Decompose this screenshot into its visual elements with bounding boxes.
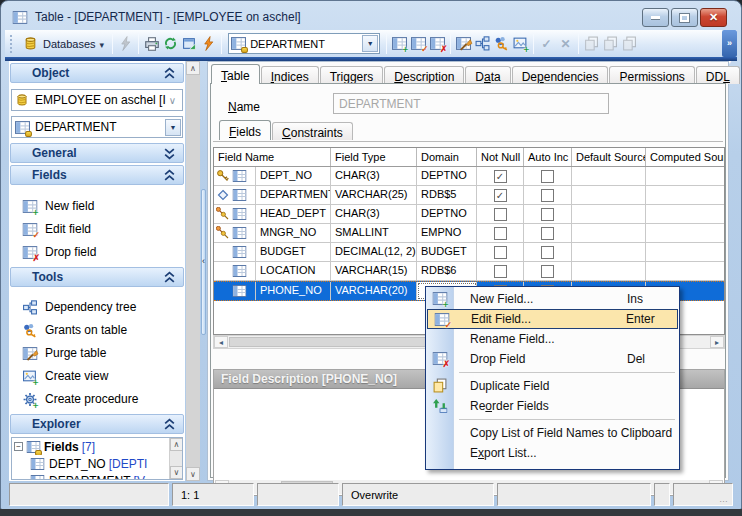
section-header-tools[interactable]: Tools — [10, 267, 184, 287]
sidebar-item-grants-on-table[interactable]: Grants on table — [22, 320, 127, 340]
table-row[interactable]: LOCATION VARCHAR(15) RDB$6 — [214, 262, 724, 281]
scroll-left-button[interactable]: ◂ — [214, 336, 228, 348]
cell-computed-source[interactable] — [646, 224, 724, 242]
cell-field-type[interactable]: VARCHAR(20) — [331, 282, 417, 300]
subtab-fields[interactable]: Fields — [219, 120, 271, 140]
tree-node-department[interactable]: DEPARTMENT [V — [12, 472, 182, 480]
table-row[interactable]: DEPT_NO CHAR(3) DEPTNO ✓ — [214, 167, 724, 186]
menu-item-export-list[interactable]: Export List... — [426, 443, 679, 463]
edit-field-button[interactable]: ✓ — [409, 34, 428, 53]
column-header-computed-source[interactable]: Computed Source — [646, 148, 724, 166]
tab-description[interactable]: Description — [384, 66, 464, 84]
cell-field-type[interactable]: CHAR(3) — [331, 167, 417, 185]
cell-default-source[interactable] — [572, 186, 646, 204]
table-selector-combo[interactable]: DEPARTMENT — [228, 33, 380, 54]
compile-button[interactable] — [199, 34, 218, 53]
table-row[interactable]: DEPARTMENT VARCHAR(25) RDB$5 ✓ — [214, 186, 724, 205]
cell-field-type[interactable]: DECIMAL(12, 2) — [331, 243, 417, 261]
sidebar-item-create-view[interactable]: ＋ Create view — [22, 366, 108, 386]
not-null-checkbox[interactable] — [494, 265, 507, 278]
auto-inc-checkbox[interactable] — [541, 227, 554, 240]
table-row[interactable]: BUDGET DECIMAL(12, 2) BUDGET — [214, 243, 724, 262]
explorer-tree[interactable]: − Fields [7] DEPT_NO [DEPTI DEPARTMENT [… — [11, 437, 183, 480]
tab-triggers[interactable]: Triggers — [320, 66, 384, 84]
cell-default-source[interactable] — [572, 224, 646, 242]
sidebar-item-drop-field[interactable]: ✗ Drop field — [22, 242, 96, 262]
tab-indices[interactable]: Indices — [261, 66, 319, 84]
collapse-chevron-icon[interactable] — [164, 271, 175, 284]
purge-table-button[interactable] — [454, 34, 473, 53]
refresh-button[interactable] — [161, 34, 180, 53]
table-row[interactable]: HEAD_DEPT CHAR(3) DEPTNO — [214, 205, 724, 224]
table-combo[interactable]: DEPARTMENT — [11, 116, 183, 138]
cell-field-name[interactable]: DEPARTMENT — [256, 186, 331, 204]
cell-field-name[interactable]: HEAD_DEPT — [256, 205, 331, 223]
not-null-checkbox[interactable]: ✓ — [494, 189, 507, 202]
minimize-button[interactable] — [642, 8, 669, 27]
menu-item-drop-field[interactable]: ✗ Drop Field Del — [426, 349, 679, 369]
name-field[interactable] — [333, 93, 609, 114]
column-header-field-type[interactable]: Field Type — [331, 148, 417, 166]
auto-inc-checkbox[interactable] — [541, 170, 554, 183]
maximize-button[interactable] — [671, 8, 698, 27]
cell-computed-source[interactable] — [646, 205, 724, 223]
sidebar-item-purge-table[interactable]: Purge table — [22, 343, 106, 363]
cell-domain[interactable]: RDB$6 — [417, 262, 477, 280]
chevron-down-icon[interactable] — [169, 93, 182, 107]
create-view-button[interactable]: ＋ — [511, 34, 530, 53]
column-header-domain[interactable]: Domain — [417, 148, 477, 166]
column-header-auto-inc[interactable]: Auto Inc — [524, 148, 572, 166]
print-button[interactable] — [142, 34, 161, 53]
not-null-checkbox[interactable] — [494, 246, 507, 259]
tree-node-fields[interactable]: − Fields [7] — [12, 438, 182, 455]
cell-default-source[interactable] — [572, 262, 646, 280]
toolbar-overflow-button[interactable] — [722, 30, 737, 57]
cell-default-source[interactable] — [572, 167, 646, 185]
collapse-chevron-icon[interactable] — [164, 169, 175, 182]
tab-permissions[interactable]: Permissions — [609, 66, 694, 84]
combo-dropdown-button[interactable] — [362, 35, 378, 52]
menu-item-duplicate-field[interactable]: Duplicate Field — [426, 376, 679, 396]
grants-button[interactable] — [492, 34, 511, 53]
section-header-explorer[interactable]: Explorer — [10, 414, 184, 434]
auto-inc-checkbox[interactable] — [541, 208, 554, 221]
cell-domain[interactable]: BUDGET — [417, 243, 477, 261]
menu-item-rename-field[interactable]: Rename Field... — [426, 329, 679, 349]
cell-default-source[interactable] — [572, 243, 646, 261]
scroll-right-button[interactable]: ▸ — [710, 336, 724, 348]
scroll-down-button[interactable]: ∨ — [186, 467, 200, 481]
sidebar-item-create-procedure[interactable]: ＋ Create procedure — [22, 389, 138, 409]
tab-data[interactable]: Data — [465, 66, 510, 84]
title-bar[interactable]: Table - [DEPARTMENT] - [EMPLOYEE on asch… — [5, 4, 737, 30]
collapse-chevron-icon[interactable] — [164, 67, 175, 80]
cell-field-name[interactable]: LOCATION — [256, 262, 331, 280]
cell-computed-source[interactable] — [646, 186, 724, 204]
scroll-up-button[interactable]: ∧ — [170, 438, 183, 451]
sidebar-item-dependency-tree[interactable]: Dependency tree — [22, 297, 136, 317]
dependency-tree-button[interactable] — [473, 34, 492, 53]
databases-button[interactable]: Databases — [18, 34, 109, 53]
cell-computed-source[interactable] — [646, 243, 724, 261]
new-field-button[interactable]: ＋ — [390, 34, 409, 53]
cell-domain[interactable]: RDB$5 — [417, 186, 477, 204]
tab-table[interactable]: Table — [211, 64, 260, 84]
section-header-general[interactable]: General — [10, 143, 184, 163]
auto-inc-checkbox[interactable] — [541, 189, 554, 202]
cell-field-type[interactable]: CHAR(3) — [331, 205, 417, 223]
menu-item-copy-field-names[interactable]: Copy List of Field Names to Clipboard — [426, 423, 679, 443]
menu-item-edit-field[interactable]: ✓ Edit Field... Enter — [427, 309, 678, 329]
expand-chevron-icon[interactable] — [164, 147, 175, 160]
cell-field-type[interactable]: VARCHAR(15) — [331, 262, 417, 280]
cell-field-name[interactable]: BUDGET — [256, 243, 331, 261]
cell-field-name[interactable]: PHONE_NO — [256, 282, 331, 300]
drop-field-button[interactable]: ✗ — [428, 34, 447, 53]
collapse-chevron-icon[interactable] — [164, 418, 175, 431]
tab-dependencies[interactable]: Dependencies — [512, 66, 609, 84]
resize-grip-icon[interactable]: … — [719, 494, 729, 504]
not-null-checkbox[interactable] — [494, 208, 507, 221]
database-combo[interactable]: EMPLOYEE on aschel [I — [11, 89, 183, 111]
tab-ddl[interactable]: DDL — [696, 66, 740, 84]
subtab-constraints[interactable]: Constraints — [272, 122, 353, 140]
auto-inc-checkbox[interactable] — [541, 246, 554, 259]
section-header-object[interactable]: Object — [10, 63, 184, 83]
